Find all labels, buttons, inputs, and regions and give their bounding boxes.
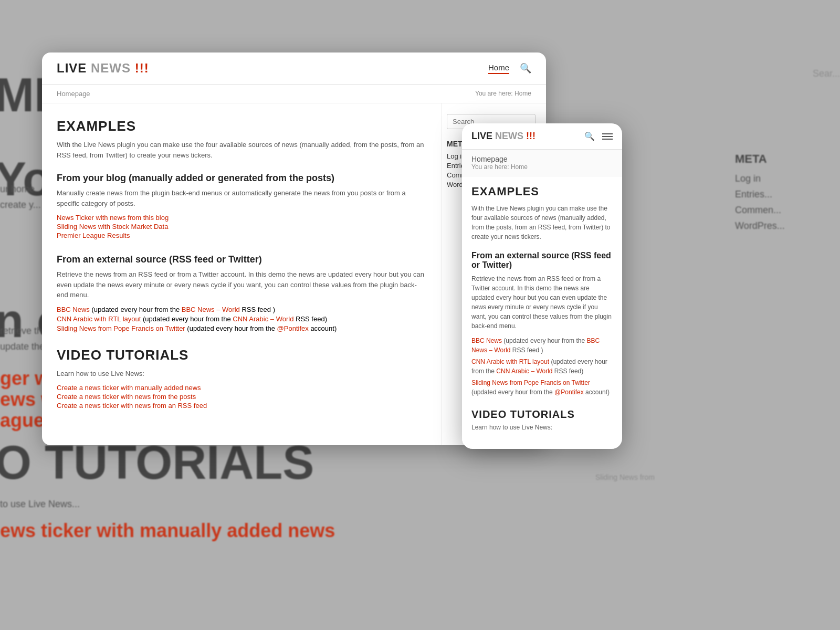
section-external-title: From an external source (RSS feed or Twi… — [57, 254, 426, 265]
link-cnn-world[interactable]: CNN Arabic – World — [233, 315, 293, 323]
main-content: EXAMPLES With the Live News plugin you c… — [42, 103, 441, 445]
section-blog-title: From your blog (manually added or genera… — [57, 173, 426, 184]
mobile-section-video: VIDEO TUTORIALS Learn how to use Live Ne… — [471, 408, 613, 431]
breadcrumb-bar: Homepage You are here: Home — [42, 85, 546, 103]
mobile-breadcrumb-sub: You are here: Home — [471, 163, 613, 171]
mobile-intro: With the Live News plugin you can make u… — [471, 204, 613, 242]
mobile-external-desc: Retrieve the news from an RSS feed or fr… — [471, 274, 613, 331]
pope-text1: (updated every hour from the — [187, 324, 277, 332]
bbc-text2: RSS feed ) — [242, 306, 275, 313]
bg-right-login: Log in — [735, 173, 840, 184]
nav-home-link[interactable]: Home — [488, 63, 509, 74]
section-blog: From your blog (manually added or genera… — [57, 173, 426, 239]
you-are-here: You are here: Home — [475, 90, 531, 97]
cnn-text2: RSS feed) — [296, 315, 327, 323]
mobile-section-external: From an external source (RSS feed or Twi… — [471, 251, 613, 397]
mobile-video-title: VIDEO TUTORIALS — [471, 408, 613, 421]
site-header: LIVE NEWS !!! Home 🔍 — [42, 52, 546, 85]
video-intro: Learn how to use Live News: — [57, 369, 426, 379]
mobile-link-cnn[interactable]: CNN Arabic with RTL layout — [471, 358, 549, 365]
mobile-breadcrumb: Homepage You are here: Home — [462, 150, 622, 176]
bg-sliding-news: Sliding News from — [595, 473, 655, 481]
mobile-pope-row: Sliding News from Pope Francis on Twitte… — [471, 378, 613, 397]
mobile-logo-exclaim: !!! — [523, 131, 536, 141]
link-create-manual[interactable]: Create a news ticker with manually added… — [57, 384, 426, 392]
search-icon-button[interactable]: 🔍 — [520, 62, 531, 74]
breadcrumb-text: Homepage — [57, 90, 90, 98]
bg-right-text1: Sear... — [735, 68, 840, 79]
link-news-ticker[interactable]: News Ticker with news from this blog — [57, 214, 426, 222]
logo-news: NEWS — [87, 61, 131, 75]
mobile-cnn-text2: RSS feed) — [554, 368, 583, 375]
hamburger-line-2 — [602, 136, 613, 137]
mobile-logo: LIVE NEWS !!! — [471, 131, 536, 142]
bbc-text1: (updated every hour from the — [91, 306, 181, 313]
section-external: From an external source (RSS feed or Twi… — [57, 254, 426, 332]
bg-text-howto: to use Live News... — [0, 499, 80, 510]
mobile-breadcrumb-home: Homepage — [471, 155, 613, 163]
site-logo: LIVE NEWS !!! — [57, 61, 149, 76]
link-cnn-arabic[interactable]: CNN Arabic with RTL layout — [57, 315, 141, 323]
logo-live: LIVE — [57, 61, 87, 75]
mobile-pope-text2: account) — [585, 388, 610, 396]
mobile-cnn-row: CNN Arabic with RTL layout (updated ever… — [471, 357, 613, 376]
mobile-video-desc: Learn how to use Live News: — [471, 424, 613, 431]
cnn-text1: (updated every hour from the — [143, 315, 233, 323]
mobile-link-bbc[interactable]: BBC News — [471, 337, 502, 344]
link-pontifex[interactable]: @Pontifex — [277, 324, 309, 332]
bg-right-comments: Commen... — [735, 205, 840, 216]
link-premier-league[interactable]: Premier League Results — [57, 232, 426, 239]
link-sliding-stock[interactable]: Sliding News with Stock Market Data — [57, 223, 426, 230]
mobile-search-button[interactable]: 🔍 — [584, 131, 595, 141]
mobile-link-pope[interactable]: Sliding News from Pope Francis on Twitte… — [471, 379, 590, 386]
section-video: VIDEO TUTORIALS Learn how to use Live Ne… — [57, 347, 426, 410]
bg-text-line1: ur home... — [0, 184, 43, 195]
mobile-header: LIVE NEWS !!! 🔍 — [462, 123, 622, 150]
link-bbc-world[interactable]: BBC News – World — [182, 306, 240, 313]
video-title: VIDEO TUTORIALS — [57, 347, 426, 363]
bbc-link-row: BBC News (updated every hour from the BB… — [57, 306, 426, 313]
bg-right-wordpress: WordPres... — [735, 220, 840, 232]
mobile-link-pontifex[interactable]: @Pontifex — [554, 388, 584, 396]
mobile-page-title: EXAMPLES — [471, 185, 613, 198]
section-external-desc: Retrieve the news from an RSS feed or fr… — [57, 269, 426, 300]
mobile-bbc-text2: RSS feed ) — [512, 346, 543, 354]
bg-right-meta: META — [735, 152, 840, 166]
page-title: EXAMPLES — [57, 118, 426, 134]
mobile-main: EXAMPLES With the Live News plugin you c… — [462, 176, 622, 449]
mobile-window: LIVE NEWS !!! 🔍 Homepage You are here: H… — [462, 123, 622, 449]
mobile-external-title: From an external source (RSS feed or Twi… — [471, 251, 613, 270]
cnn-link-row: CNN Arabic with RTL layout (updated ever… — [57, 315, 426, 323]
mobile-bbc-row: BBC News (updated every hour from the BB… — [471, 336, 613, 355]
link-create-posts[interactable]: Create a news ticker with news from the … — [57, 393, 426, 401]
mobile-logo-news: NEWS — [492, 131, 523, 141]
logo-exclaim: !!! — [131, 61, 149, 75]
mobile-pope-text1: (updated every hour from the — [471, 388, 554, 396]
link-pope-twitter[interactable]: Sliding News from Pope Francis on Twitte… — [57, 324, 185, 332]
pope-text2: account) — [310, 324, 337, 332]
hamburger-line-3 — [602, 139, 613, 140]
mobile-header-icons: 🔍 — [584, 131, 613, 141]
intro-text: With the Live News plugin you can make u… — [57, 140, 426, 160]
header-nav: Home 🔍 — [488, 62, 531, 74]
pope-link-row: Sliding News from Pope Francis on Twitte… — [57, 324, 426, 332]
mobile-link-cnn-world[interactable]: CNN Arabic – World — [496, 368, 552, 375]
mobile-bbc-text1: (updated every hour from the — [503, 337, 586, 344]
hamburger-line-1 — [602, 133, 613, 134]
hamburger-menu-button[interactable] — [602, 133, 613, 140]
link-bbc-news[interactable]: BBC News — [57, 306, 90, 313]
section-blog-desc: Manually create news from the plugin bac… — [57, 188, 426, 208]
bg-red-create: ews ticker with manually added news — [0, 520, 335, 542]
link-create-rss[interactable]: Create a news ticker with news from an R… — [57, 402, 426, 410]
bg-right-entries: Entries... — [735, 189, 840, 200]
bg-text-line2: create y... — [0, 200, 41, 211]
mobile-logo-live: LIVE — [471, 131, 492, 141]
